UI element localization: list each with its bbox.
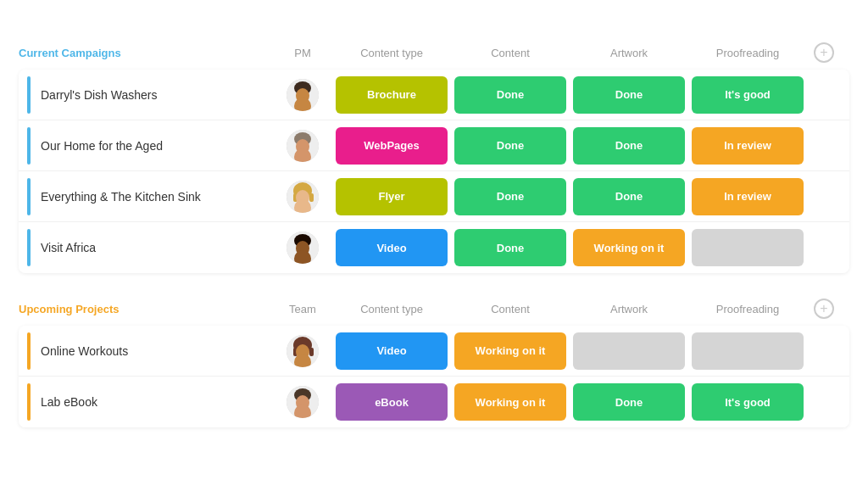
content-type-cell: Flyer xyxy=(332,178,451,215)
avatar xyxy=(273,232,332,264)
artwork-status-badge: Done xyxy=(573,76,685,114)
row-accent xyxy=(27,332,31,370)
content-type-cell: WebPages xyxy=(332,127,451,165)
content-type-badge: Video xyxy=(336,332,448,370)
campaign-name: Our Home for the Aged xyxy=(41,139,163,153)
upcoming-col-header-2: Artwork xyxy=(570,303,688,315)
table-row: Everything & The Kitchen Sink FlyerDoneD… xyxy=(19,171,849,222)
content-type-badge: Flyer xyxy=(336,178,448,215)
content-status-badge: Working on it xyxy=(454,332,566,370)
current-col-header-3: Proofreading xyxy=(688,47,807,59)
artwork-status-cell: Done xyxy=(570,383,688,421)
current-section-title: Current Campaigns xyxy=(19,47,273,59)
current-team-header: PM xyxy=(273,47,332,59)
content-type-cell: Brochure xyxy=(332,76,451,114)
row-accent xyxy=(27,229,31,266)
current-col-header-2: Artwork xyxy=(570,47,688,59)
upcoming-add-column[interactable]: + xyxy=(807,299,841,319)
artwork-status-cell xyxy=(570,332,688,370)
proofreading-status-cell xyxy=(688,332,807,370)
content-status-badge: Done xyxy=(454,127,566,165)
content-type-badge: Brochure xyxy=(336,76,448,114)
campaign-name: Online Workouts xyxy=(41,344,128,358)
proofreading-status-badge xyxy=(692,229,804,266)
artwork-status-badge: Working on it xyxy=(573,229,685,266)
artwork-status-cell: Done xyxy=(570,127,688,165)
row-name-cell: Online Workouts xyxy=(19,332,273,370)
upcoming-col-header-0: Content type xyxy=(332,303,451,315)
table-row: Visit Africa VideoDoneWorking on it xyxy=(19,222,849,273)
artwork-status-badge: Done xyxy=(573,383,685,421)
avatar xyxy=(273,79,332,111)
proofreading-status-cell: In review xyxy=(688,178,807,215)
section-current: Current CampaignsPMContent typeContentAr… xyxy=(19,42,849,273)
row-name-cell: Darryl's Dish Washers xyxy=(19,76,273,114)
current-add-button[interactable]: + xyxy=(814,42,834,63)
table-row: Online Workouts VideoWorking on it xyxy=(19,326,849,377)
campaign-name: Everything & The Kitchen Sink xyxy=(41,190,201,204)
content-type-badge: WebPages xyxy=(336,127,448,165)
proofreading-status-cell xyxy=(688,229,807,266)
page: Current CampaignsPMContent typeContentAr… xyxy=(19,17,849,453)
current-add-column[interactable]: + xyxy=(807,42,841,63)
campaign-name: Darryl's Dish Washers xyxy=(41,88,158,102)
avatar xyxy=(273,130,332,162)
row-accent xyxy=(27,178,31,215)
upcoming-col-header-1: Content xyxy=(451,303,570,315)
row-accent xyxy=(27,76,31,114)
content-status-cell: Working on it xyxy=(451,383,570,421)
content-type-badge: Video xyxy=(336,229,448,266)
section-upcoming: Upcoming ProjectsTeamContent typeContent… xyxy=(19,299,849,427)
content-status-cell: Done xyxy=(451,178,570,215)
proofreading-status-cell: It's good xyxy=(688,383,807,421)
content-type-cell: Video xyxy=(332,229,451,266)
row-name-cell: Visit Africa xyxy=(19,229,273,266)
content-status-badge: Working on it xyxy=(454,383,566,421)
content-status-badge: Done xyxy=(454,76,566,114)
upcoming-col-header-3: Proofreading xyxy=(688,303,807,315)
content-type-cell: Video xyxy=(332,332,451,370)
avatar xyxy=(273,181,332,213)
proofreading-status-badge: In review xyxy=(692,127,804,165)
artwork-status-badge: Done xyxy=(573,127,685,165)
table-row: Our Home for the Aged WebPagesDoneDoneIn… xyxy=(19,120,849,171)
upcoming-table: Online Workouts VideoWorking on itLab eB… xyxy=(19,326,849,427)
artwork-status-cell: Done xyxy=(570,76,688,114)
content-status-cell: Done xyxy=(451,229,570,266)
table-row: Darryl's Dish Washers BrochureDoneDoneIt… xyxy=(19,70,849,120)
proofreading-status-cell: In review xyxy=(688,127,807,165)
row-name-cell: Everything & The Kitchen Sink xyxy=(19,178,273,215)
proofreading-status-badge: In review xyxy=(692,178,804,215)
row-name-cell: Lab eBook xyxy=(19,383,273,421)
artwork-status-cell: Done xyxy=(570,178,688,215)
avatar xyxy=(273,335,332,367)
content-type-cell: eBook xyxy=(332,383,451,421)
row-accent xyxy=(27,127,31,165)
campaign-name: Lab eBook xyxy=(41,395,97,409)
current-table: Darryl's Dish Washers BrochureDoneDoneIt… xyxy=(19,70,849,273)
upcoming-header-row: Upcoming ProjectsTeamContent typeContent… xyxy=(19,299,849,326)
upcoming-add-button[interactable]: + xyxy=(814,299,834,319)
current-col-header-0: Content type xyxy=(332,47,451,59)
content-status-cell: Done xyxy=(451,76,570,114)
campaign-name: Visit Africa xyxy=(41,241,96,254)
proofreading-status-cell: It's good xyxy=(688,76,807,114)
upcoming-section-title: Upcoming Projects xyxy=(19,303,273,315)
svg-rect-21 xyxy=(309,348,314,356)
content-status-badge: Done xyxy=(454,178,566,215)
svg-rect-11 xyxy=(309,193,314,202)
table-row: Lab eBook eBookWorking on itDoneIt's goo… xyxy=(19,377,849,427)
artwork-status-badge: Done xyxy=(573,178,685,215)
proofreading-status-badge: It's good xyxy=(692,383,804,421)
content-status-badge: Done xyxy=(454,229,566,266)
proofreading-status-badge xyxy=(692,332,804,370)
current-header-row: Current CampaignsPMContent typeContentAr… xyxy=(19,42,849,70)
content-status-cell: Done xyxy=(451,127,570,165)
row-accent xyxy=(27,383,31,421)
proofreading-status-badge: It's good xyxy=(692,76,804,114)
content-status-cell: Working on it xyxy=(451,332,570,370)
upcoming-team-header: Team xyxy=(273,303,332,315)
artwork-status-badge xyxy=(573,332,685,370)
row-name-cell: Our Home for the Aged xyxy=(19,127,273,165)
avatar xyxy=(273,386,332,418)
